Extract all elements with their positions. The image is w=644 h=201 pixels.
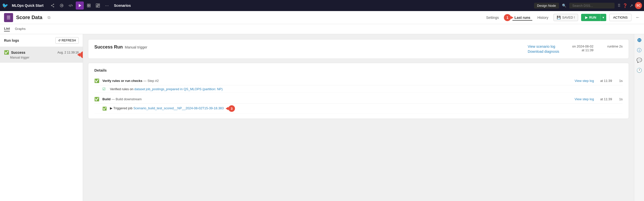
svg-line-4	[52, 6, 53, 7]
refresh-button[interactable]: ↺ REFRESH	[55, 37, 79, 44]
svg-marker-7	[79, 4, 81, 7]
design-node-button[interactable]: Design Node	[534, 3, 559, 9]
third-navigation: List Graphs	[0, 24, 644, 34]
play-icon[interactable]	[76, 2, 84, 10]
run-button[interactable]: ▶ RUN	[581, 14, 600, 21]
avatar[interactable]: SC	[635, 2, 642, 9]
sidebar-title: Run logs	[4, 38, 19, 42]
grid-icon[interactable]: ⠿	[618, 3, 621, 8]
view-scenario-log-link[interactable]: View scenario log	[528, 44, 559, 48]
svg-rect-14	[96, 6, 98, 7]
save-icon: 💾	[557, 16, 561, 19]
svg-point-2	[53, 6, 54, 7]
svg-rect-11	[89, 6, 90, 7]
content-area: Success Run Manual trigger View scenario…	[83, 34, 634, 201]
actions-button[interactable]: ACTIONS	[609, 14, 631, 21]
back-button[interactable]: ←	[635, 15, 640, 20]
step-1-log-link[interactable]: View step log	[575, 79, 594, 83]
search-input[interactable]	[569, 3, 615, 9]
run-card-trigger: Manual trigger	[125, 45, 147, 49]
run-item-date: Aug. 2 11:39:16	[57, 51, 79, 54]
substep-1-check-icon: ☑	[102, 87, 107, 91]
copy-icon[interactable]: ⧉	[48, 15, 50, 20]
top-right-icons: ⠿ ❓ ↗ SC	[618, 2, 642, 9]
step-2-subtitle: — Build downstream	[111, 97, 142, 101]
info-icon[interactable]: ⓘ	[635, 46, 643, 54]
svg-rect-13	[98, 4, 100, 5]
substep-2-link[interactable]: Scenario_build_test_scored__NP__2024-08-…	[133, 106, 224, 110]
annotation-badge-1: 1	[504, 14, 511, 21]
svg-rect-15	[98, 5, 100, 7]
bird-icon: 🐦	[2, 3, 8, 9]
svg-point-1	[51, 5, 52, 6]
clock-icon[interactable]: 🕐	[635, 66, 643, 74]
last-runs-tab[interactable]: Last runs	[512, 15, 532, 21]
code-icon[interactable]	[67, 2, 75, 10]
share-icon[interactable]	[49, 2, 57, 10]
step-2-duration: 1s	[615, 97, 623, 101]
refresh-icon: ↺	[58, 39, 61, 42]
step-row-2: ✅ Build — Build downstream View step log…	[94, 95, 623, 104]
annotation-badge-2: 2	[80, 51, 83, 58]
hamburger-button[interactable]: ☰	[4, 13, 13, 22]
substep-1-text: Verified rules on dataset job_postings_p…	[110, 87, 623, 91]
history-link[interactable]: History	[535, 15, 550, 21]
step-1-subtitle: — Step #2	[143, 79, 159, 83]
run-item-title: Success	[11, 51, 25, 55]
chat-icon[interactable]: 💬	[635, 56, 643, 64]
details-title: Details	[94, 68, 623, 72]
substep-1-link[interactable]: dataset job_postings_prepared in QS_MLOP…	[134, 87, 223, 91]
run-card-header: Success Run Manual trigger View scenario…	[94, 44, 623, 54]
step-row-1: ✅ Verify rules or run checks — Step #2 V…	[94, 76, 623, 85]
svg-rect-8	[87, 4, 89, 5]
tab-graphs[interactable]: Graphs	[15, 27, 26, 31]
svg-line-6	[70, 4, 71, 7]
run-detail-card: Success Run Manual trigger View scenario…	[88, 39, 629, 59]
dataset-icon[interactable]	[85, 2, 93, 10]
external-link-icon[interactable]: ↗	[630, 3, 633, 8]
right-sidebar: ⊕ ⓘ 💬 🕐	[634, 34, 644, 201]
step-2-log-link[interactable]: View step log	[575, 97, 594, 101]
run-date: on 2024-08-02	[563, 44, 593, 48]
step-2-check-icon: ✅	[94, 97, 99, 102]
sidebar-header: Run logs ↺ REFRESH	[0, 34, 83, 47]
svg-rect-9	[89, 4, 90, 5]
second-nav-right: Settings 1 Last runs History 💾 SAVED ! ▶…	[484, 14, 640, 21]
more-icon[interactable]: ···	[103, 2, 111, 10]
step-2-name: Build — Build downstream	[102, 97, 572, 101]
help-icon[interactable]: ❓	[623, 3, 628, 8]
settings-link[interactable]: Settings	[484, 15, 501, 21]
run-dropdown-button[interactable]: ▾	[600, 14, 606, 21]
main-layout: Run logs ↺ REFRESH ✅ Success Aug. 2 11:3…	[0, 34, 644, 201]
run-item[interactable]: ✅ Success Aug. 2 11:39:16 Manual trigger…	[0, 47, 83, 63]
page-title: Score Data	[16, 15, 43, 20]
dashboard-icon[interactable]	[94, 2, 102, 10]
sidebar: Run logs ↺ REFRESH ✅ Success Aug. 2 11:3…	[0, 34, 83, 201]
section-label: Scenarios	[114, 4, 131, 8]
app-name: MLOps Quick Start	[12, 4, 44, 8]
details-card: Details ✅ Verify rules or run checks — S…	[88, 63, 629, 119]
run-card-meta: on 2024-08-02 at 11:39	[563, 44, 593, 52]
annotation-badge-3: 3	[228, 105, 235, 112]
download-diagnosis-link[interactable]: Download diagnosis	[528, 49, 559, 54]
tab-list[interactable]: List	[4, 27, 10, 31]
run-item-subtitle: Manual trigger	[10, 56, 79, 59]
add-icon[interactable]: ⊕	[635, 36, 643, 44]
flow-icon[interactable]	[58, 2, 66, 10]
saved-button[interactable]: 💾 SAVED !	[553, 14, 578, 21]
run-item-header: ✅ Success Aug. 2 11:39:16	[4, 50, 79, 55]
step-1-name: Verify rules or run checks — Step #2	[102, 79, 572, 83]
second-navigation: ☰ Score Data ⧉ Settings 1 Last runs Hist…	[0, 11, 644, 24]
run-card-links: View scenario log Download diagnosis	[528, 44, 559, 54]
substep-2-text: ▶ Triggered job Scenario_build_test_scor…	[110, 105, 623, 112]
svg-rect-10	[87, 6, 89, 7]
step-2-time: at 11:39	[597, 97, 612, 101]
run-card-title: Success Run	[94, 44, 123, 50]
run-time: at 11:39	[563, 48, 593, 52]
step-1-duration: 1s	[615, 79, 623, 83]
success-icon: ✅	[4, 50, 9, 55]
svg-point-0	[53, 4, 54, 5]
run-button-group: ▶ RUN ▾	[581, 14, 606, 21]
substep-2: ✅ ▶ Triggered job Scenario_build_test_sc…	[94, 104, 623, 114]
step-1-check-icon: ✅	[94, 78, 99, 83]
